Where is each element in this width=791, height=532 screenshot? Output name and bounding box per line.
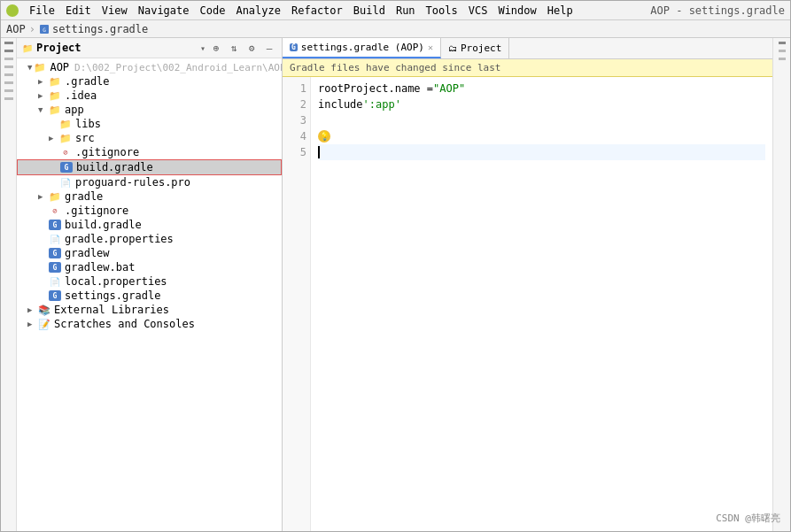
code-l2-t1: include bbox=[318, 96, 363, 112]
tree-item-gradle-props[interactable]: 📄 gradle.properties bbox=[17, 232, 282, 246]
line-number-4: 4 bbox=[283, 128, 306, 144]
tab-project-icon: 🗂 bbox=[448, 43, 457, 53]
menu-help[interactable]: Help bbox=[547, 4, 573, 17]
tab-close-btn[interactable]: ✕ bbox=[428, 42, 433, 52]
tree-item-local-props[interactable]: 📄 local.properties bbox=[17, 274, 282, 289]
tree-item-dotidea[interactable]: ▶ 📁 .idea bbox=[17, 89, 282, 103]
tab-project-label: Project bbox=[461, 42, 501, 54]
window-title: AOP - settings.gradle bbox=[650, 4, 785, 17]
menu-view[interactable]: View bbox=[102, 4, 128, 17]
code-line-4: 💡 bbox=[318, 128, 765, 144]
editor-area: G settings.gradle (AOP) ✕ 🗂 Project Grad… bbox=[283, 38, 772, 532]
side-strip-bar6 bbox=[4, 81, 13, 84]
file-proguard-icon: 📄 bbox=[59, 177, 72, 188]
project-panel-header: 📁 Project ▾ ⊕ ⇅ ⚙ — bbox=[17, 38, 282, 58]
menu-refactor[interactable]: Refactor bbox=[291, 4, 343, 17]
tree-item-gradlew[interactable]: G gradlew bbox=[17, 246, 282, 260]
tree-item-proguard[interactable]: 📄 proguard-rules.pro bbox=[17, 175, 282, 189]
menu-edit[interactable]: Edit bbox=[66, 4, 91, 17]
code-l1-t1: rootProject.name = bbox=[318, 81, 433, 96]
tree-item-gradle-dir[interactable]: ▶ 📁 gradle bbox=[17, 189, 282, 204]
tree-item-root-gitignore[interactable]: ⊘ .gitignore bbox=[17, 204, 282, 218]
tree-item-root-buildgradle[interactable]: G build.gradle bbox=[17, 218, 282, 232]
panel-split-icon[interactable]: ⇅ bbox=[227, 41, 241, 55]
tree-item-dotgradle-label: .gradle bbox=[65, 75, 110, 88]
folder-dotidea-icon: 📁 bbox=[49, 90, 61, 101]
breadcrumb-sep: › bbox=[29, 23, 35, 35]
tree-item-src-label: src bbox=[75, 132, 95, 144]
toggle-aop: ▼ bbox=[27, 63, 32, 72]
tab-settings-gradle[interactable]: G settings.gradle (AOP) ✕ bbox=[283, 38, 441, 58]
code-area[interactable]: 1 2 3 4 5 rootProject.name = "AOP" inclu… bbox=[283, 77, 772, 532]
tree-item-root-buildgradle-label: build.gradle bbox=[65, 219, 142, 231]
tab-gradle-icon: G bbox=[290, 43, 298, 51]
right-strip-bar3 bbox=[779, 58, 786, 60]
tree-item-gradlew-label: gradlew bbox=[65, 247, 110, 259]
tree-item-gradlew-bat[interactable]: G gradlew.bat bbox=[17, 260, 282, 274]
tree-item-settings-gradle[interactable]: G settings.gradle bbox=[17, 289, 282, 303]
project-panel-title: Project bbox=[36, 42, 197, 54]
tree-item-app-gitignore[interactable]: ⊘ .gitignore bbox=[17, 145, 282, 159]
file-root-gitignore-icon: ⊘ bbox=[49, 205, 61, 216]
side-strip-bar5 bbox=[4, 73, 13, 76]
line-number-3: 3 bbox=[283, 112, 306, 128]
tree-item-gradle-props-label: gradle.properties bbox=[65, 233, 174, 245]
csdn-text: CSDN @韩曙亮 bbox=[716, 513, 780, 524]
side-strip-bar1 bbox=[4, 42, 13, 44]
left-side-strip bbox=[1, 38, 17, 532]
tree-item-app[interactable]: ▼ 📁 app bbox=[17, 103, 282, 117]
tree-item-root-gitignore-label: .gitignore bbox=[65, 204, 128, 217]
code-content[interactable]: rootProject.name = "AOP" include ':app' … bbox=[311, 77, 772, 532]
file-gradlew-icon: G bbox=[49, 248, 61, 258]
project-dropdown-arrow[interactable]: ▾ bbox=[200, 43, 206, 53]
tree-item-app-buildgradle-label: build.gradle bbox=[76, 161, 153, 173]
tree-item-gradle-dir-label: gradle bbox=[65, 190, 103, 203]
editor-tabs: G settings.gradle (AOP) ✕ 🗂 Project bbox=[283, 38, 772, 59]
side-strip-bar8 bbox=[4, 97, 13, 100]
notification-text: Gradle files have changed since last bbox=[290, 62, 500, 73]
code-l1-t2: "AOP" bbox=[433, 81, 465, 96]
tree-item-app-buildgradle[interactable]: G build.gradle bbox=[17, 159, 282, 175]
tree-item-settings-gradle-label: settings.gradle bbox=[65, 289, 160, 302]
tree-item-dotgradle[interactable]: ▶ 📁 .gradle bbox=[17, 74, 282, 89]
bulb-icon: 💡 bbox=[318, 130, 330, 143]
menu-run[interactable]: Run bbox=[396, 4, 415, 17]
side-strip-bar4 bbox=[4, 66, 13, 68]
file-gradle-props-icon: 📄 bbox=[49, 234, 61, 244]
tree-item-aop[interactable]: ▼ 📁 AOP D:\002_Project\002_Android_Learn… bbox=[17, 60, 282, 74]
menu-build[interactable]: Build bbox=[353, 4, 385, 17]
line-number-1: 1 bbox=[283, 81, 306, 96]
tree-item-scratches[interactable]: ▶ 📝 Scratches and Consoles bbox=[17, 317, 282, 331]
tree-item-libs[interactable]: 📁 libs bbox=[17, 117, 282, 131]
menu-vcs[interactable]: VCS bbox=[469, 4, 488, 17]
tree-item-app-label: app bbox=[65, 104, 84, 116]
project-tree: ▼ 📁 AOP D:\002_Project\002_Android_Learn… bbox=[17, 58, 282, 532]
toggle-dotgradle: ▶ bbox=[38, 77, 47, 86]
menu-analyze[interactable]: Analyze bbox=[236, 4, 281, 17]
tree-item-src[interactable]: ▶ 📁 src bbox=[17, 131, 282, 145]
breadcrumb-file[interactable]: settings.gradle bbox=[52, 23, 148, 35]
android-icon bbox=[6, 4, 19, 17]
code-line-1: rootProject.name = "AOP" bbox=[318, 81, 765, 96]
side-strip-bar7 bbox=[4, 89, 13, 92]
toggle-scratches: ▶ bbox=[27, 320, 36, 328]
right-strip-bar1 bbox=[779, 42, 786, 44]
tab-project[interactable]: 🗂 Project bbox=[441, 38, 509, 58]
menu-window[interactable]: Window bbox=[498, 4, 536, 17]
main-area: 📁 Project ▾ ⊕ ⇅ ⚙ — ▼ 📁 AOP D:\002_Proje… bbox=[1, 38, 790, 532]
side-strip-bar3 bbox=[4, 58, 13, 60]
folder-libs-icon: 📁 bbox=[59, 119, 72, 129]
panel-globe-icon[interactable]: ⊕ bbox=[209, 41, 223, 55]
file-local-props-icon: 📄 bbox=[49, 276, 61, 287]
menu-navigate[interactable]: Navigate bbox=[138, 4, 190, 17]
code-line-2: include ':app' bbox=[318, 96, 765, 112]
menu-file[interactable]: File bbox=[29, 4, 55, 17]
tree-item-gradlew-bat-label: gradlew.bat bbox=[65, 261, 135, 274]
tree-item-ext-libs[interactable]: ▶ 📚 External Libraries bbox=[17, 303, 282, 317]
panel-minimize-icon[interactable]: — bbox=[262, 41, 276, 55]
folder-ext-libs-icon: 📚 bbox=[38, 305, 50, 315]
breadcrumb-aop[interactable]: AOP bbox=[6, 23, 26, 35]
menu-tools[interactable]: Tools bbox=[426, 4, 458, 17]
menu-code[interactable]: Code bbox=[200, 4, 226, 17]
panel-gear-icon[interactable]: ⚙ bbox=[244, 41, 259, 55]
